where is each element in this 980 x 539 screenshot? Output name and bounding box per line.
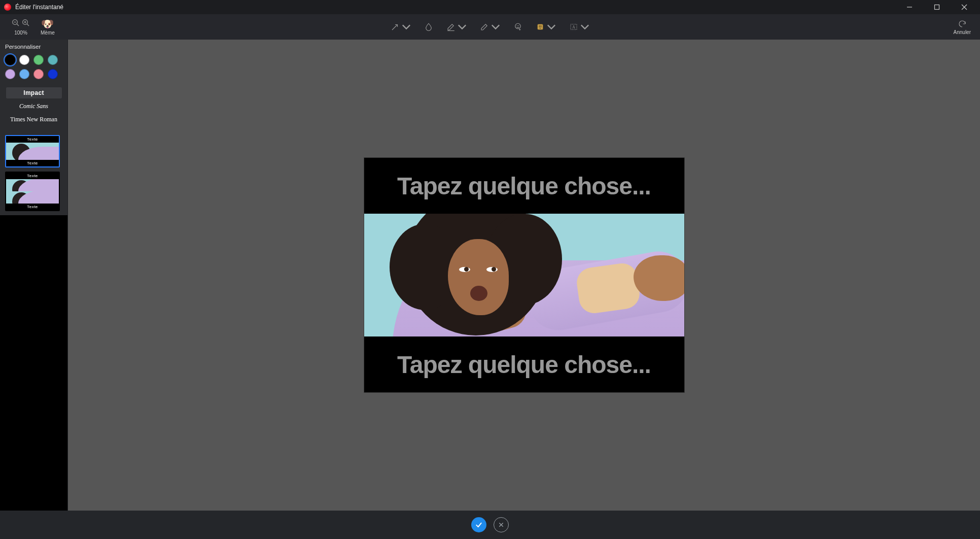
svg-line-5 [17,24,19,26]
color-swatch-blue[interactable] [48,69,58,79]
maximize-button[interactable] [925,0,949,14]
layout-image [6,179,59,191]
zoom-group: 100% [8,14,33,40]
layout-option-top-bottom[interactable]: Texte Texte [5,135,60,167]
canvas-area: Tapez quelque chose... Tapez quelque cho… [68,40,980,511]
minimize-button[interactable] [898,0,921,14]
layout-text-bottom: Texte [6,204,59,210]
svg-point-13 [515,23,521,29]
color-swatch-green[interactable] [33,55,44,65]
titlebar: Éditer l'instantané [0,0,980,14]
pencil-draw-tool[interactable] [480,22,500,31]
cancel-button[interactable] [494,517,509,532]
toolbar: 100% 🐶 Mème A [0,14,980,40]
font-option-times[interactable]: Times New Roman [6,114,62,125]
font-option-impact[interactable]: Impact [6,87,62,98]
layout-option-stacked[interactable]: Texte Texte [5,172,60,211]
pencil-highlight-tool[interactable] [446,22,467,31]
zoom-in-button[interactable] [21,18,30,29]
meme-text-bottom[interactable]: Tapez quelque chose... [364,336,684,392]
svg-point-14 [517,25,518,26]
svg-line-11 [392,25,398,30]
bottom-bar [0,511,980,539]
color-swatch-teal[interactable] [48,55,58,65]
svg-point-15 [518,25,519,26]
color-swatch-black[interactable] [5,55,15,65]
meme-tool[interactable]: 🐶 Mème [38,14,58,40]
sidebar-empty [0,215,67,511]
color-swatch-lightblue[interactable] [19,69,29,79]
doge-icon: 🐶 [41,19,54,29]
close-button[interactable] [953,0,976,14]
layout-list: Texte Texte Texte Texte [0,131,67,215]
svg-rect-18 [538,24,543,30]
color-row-2 [0,67,67,81]
meme-text-top[interactable]: Tapez quelque chose... [364,158,684,214]
zoom-label: 100% [14,30,27,36]
sidebar-title: Personnaliser [0,40,67,53]
text-tool[interactable]: A [569,22,589,31]
font-option-comic-sans[interactable]: Comic Sans [6,100,62,112]
meme-label: Mème [41,30,55,36]
confirm-button[interactable] [471,517,486,532]
meme-canvas[interactable]: Tapez quelque chose... Tapez quelque cho… [364,158,684,392]
sidebar: Personnaliser Impact Comic Sans Times Ne… [0,40,68,511]
layout-image [6,143,59,160]
layout-text-top: Texte [6,136,59,143]
sticker-tool[interactable] [536,22,556,31]
color-swatch-white[interactable] [19,55,29,65]
selfie-tool[interactable] [513,22,522,31]
svg-rect-1 [935,5,939,10]
window-title: Éditer l'instantané [15,4,63,11]
meme-image [364,214,684,336]
zoom-out-button[interactable] [11,18,20,29]
layout-text-bottom: Texte [6,160,59,166]
undo-label: Annuler [954,29,971,35]
svg-point-20 [540,25,541,26]
layout-image [6,191,59,204]
color-row-1 [0,53,67,67]
workspace: Personnaliser Impact Comic Sans Times Ne… [0,40,980,511]
font-list: Impact Comic Sans Times New Roman [0,81,67,131]
color-swatch-lavender[interactable] [5,69,15,79]
blur-tool[interactable] [424,22,433,31]
color-swatch-pink[interactable] [33,69,44,79]
svg-text:A: A [572,25,575,29]
svg-point-19 [539,25,540,26]
arrow-tool[interactable] [391,22,411,31]
opera-logo [4,4,11,11]
layout-text-top: Texte [6,173,59,179]
undo-icon [958,19,967,28]
svg-line-8 [27,24,29,26]
undo-group[interactable]: Annuler [954,19,980,35]
